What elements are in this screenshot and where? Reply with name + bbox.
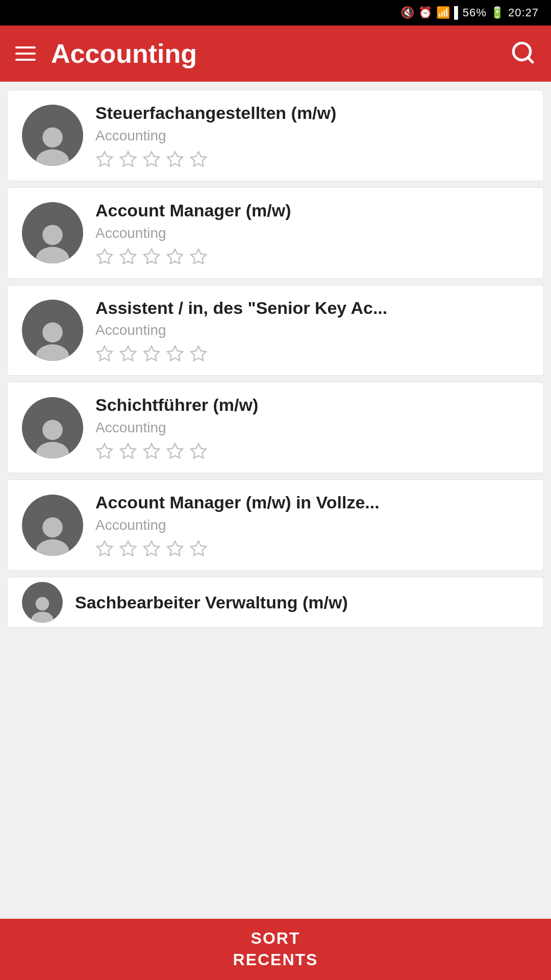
- job-stars-5[interactable]: [95, 540, 529, 558]
- status-bar-info: 🔇 ⏰ 📶 ▌56% 🔋 20:27: [400, 6, 539, 19]
- search-button[interactable]: [510, 40, 536, 67]
- job-list: Steuerfachangestellten (m/w) Accounting …: [0, 82, 551, 694]
- svg-point-24: [36, 442, 69, 458]
- job-category-4: Accounting: [95, 420, 529, 436]
- job-info-2: Account Manager (m/w) Accounting: [95, 200, 529, 266]
- svg-point-23: [42, 420, 63, 440]
- job-category-1: Accounting: [95, 128, 529, 144]
- svg-point-17: [36, 345, 69, 361]
- svg-marker-4: [97, 152, 112, 166]
- svg-marker-7: [167, 152, 183, 166]
- job-stars-2[interactable]: [95, 248, 529, 266]
- avatar-6: [22, 582, 63, 623]
- status-bar: 🔇 ⏰ 📶 ▌56% 🔋 20:27: [0, 0, 551, 26]
- app-bar: Accounting: [0, 26, 551, 82]
- svg-point-16: [42, 322, 63, 342]
- app-bar-left: Accounting: [15, 38, 197, 69]
- svg-marker-35: [167, 541, 183, 556]
- svg-point-31: [36, 539, 69, 555]
- svg-marker-32: [97, 541, 112, 556]
- job-info-3: Assistent / in, des "Senior Key Ac... Ac…: [95, 298, 529, 363]
- job-stars-1[interactable]: [95, 150, 529, 168]
- hamburger-menu-button[interactable]: [15, 46, 36, 61]
- job-info-5: Account Manager (m/w) in Vollze... Accou…: [95, 492, 529, 558]
- job-title-6: Sachbearbeiter Verwaltung (m/w): [75, 592, 529, 613]
- svg-marker-5: [120, 152, 136, 166]
- svg-point-38: [31, 611, 53, 623]
- sort-button[interactable]: SORT RECENTS: [0, 919, 551, 980]
- svg-point-37: [36, 597, 49, 610]
- avatar-3: [22, 300, 83, 361]
- svg-line-1: [528, 58, 533, 62]
- svg-marker-14: [167, 249, 183, 264]
- job-card-4[interactable]: Schichtführer (m/w) Accounting: [7, 382, 544, 473]
- svg-marker-21: [167, 346, 183, 361]
- svg-point-10: [36, 247, 69, 263]
- sort-button-line2: RECENTS: [233, 949, 318, 971]
- job-title-2: Account Manager (m/w): [95, 200, 529, 221]
- svg-point-2: [42, 128, 63, 148]
- svg-point-30: [42, 517, 63, 537]
- svg-marker-34: [144, 541, 159, 556]
- svg-marker-18: [97, 346, 112, 361]
- svg-marker-28: [167, 444, 183, 458]
- job-card-6[interactable]: Sachbearbeiter Verwaltung (m/w): [7, 577, 544, 628]
- sort-button-line1: SORT: [251, 928, 300, 949]
- svg-marker-8: [191, 152, 206, 166]
- svg-marker-22: [191, 346, 206, 361]
- svg-point-9: [42, 225, 63, 246]
- avatar-1: [22, 105, 83, 166]
- svg-marker-11: [97, 249, 112, 264]
- page-title: Accounting: [51, 38, 197, 69]
- svg-marker-20: [144, 346, 159, 361]
- job-info-6: Sachbearbeiter Verwaltung (m/w): [75, 592, 529, 613]
- avatar-4: [22, 397, 83, 458]
- svg-marker-27: [144, 444, 159, 458]
- svg-marker-26: [120, 444, 136, 458]
- job-category-2: Accounting: [95, 225, 529, 241]
- job-card-5[interactable]: Account Manager (m/w) in Vollze... Accou…: [7, 479, 544, 571]
- svg-marker-15: [191, 249, 206, 264]
- job-stars-4[interactable]: [95, 442, 529, 460]
- job-card-1[interactable]: Steuerfachangestellten (m/w) Accounting: [7, 90, 544, 181]
- svg-marker-13: [144, 249, 159, 264]
- svg-marker-36: [191, 541, 206, 556]
- job-stars-3[interactable]: [95, 345, 529, 363]
- job-info-4: Schichtführer (m/w) Accounting: [95, 395, 529, 460]
- svg-marker-33: [120, 541, 136, 556]
- avatar-2: [22, 202, 83, 263]
- avatar-5: [22, 495, 83, 556]
- svg-marker-12: [120, 249, 136, 264]
- job-title-5: Account Manager (m/w) in Vollze...: [95, 492, 529, 513]
- svg-marker-25: [97, 444, 112, 458]
- job-title-4: Schichtführer (m/w): [95, 395, 529, 415]
- svg-point-3: [36, 150, 69, 166]
- job-category-3: Accounting: [95, 322, 529, 338]
- job-card-3[interactable]: Assistent / in, des "Senior Key Ac... Ac…: [7, 285, 544, 376]
- job-info-1: Steuerfachangestellten (m/w) Accounting: [95, 103, 529, 168]
- job-card-2[interactable]: Account Manager (m/w) Accounting: [7, 187, 544, 279]
- svg-marker-6: [144, 152, 159, 166]
- svg-marker-19: [120, 346, 136, 361]
- job-category-5: Accounting: [95, 517, 529, 533]
- svg-marker-29: [191, 444, 206, 458]
- job-title-3: Assistent / in, des "Senior Key Ac...: [95, 298, 529, 318]
- job-title-1: Steuerfachangestellten (m/w): [95, 103, 529, 124]
